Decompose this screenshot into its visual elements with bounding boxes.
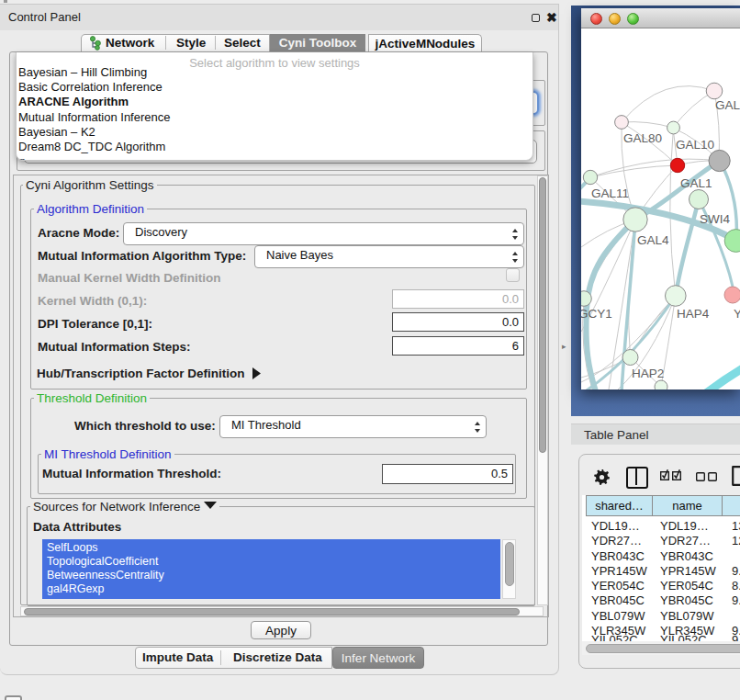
svg-text:GAL4: GAL4 [637,233,669,247]
svg-text:GCY1: GCY1 [581,307,612,321]
svg-text:GAL: GAL [715,98,740,112]
svg-text:GAL10: GAL10 [676,138,714,152]
svg-text:SWI4: SWI4 [700,212,730,226]
svg-text:GAL80: GAL80 [623,131,662,145]
svg-text:HAP4: HAP4 [677,307,710,321]
svg-text:GAL1: GAL1 [680,176,712,190]
svg-text:HAP2: HAP2 [632,367,664,380]
svg-text:GAL11: GAL11 [591,186,629,200]
svg-text:Y: Y [734,307,740,321]
